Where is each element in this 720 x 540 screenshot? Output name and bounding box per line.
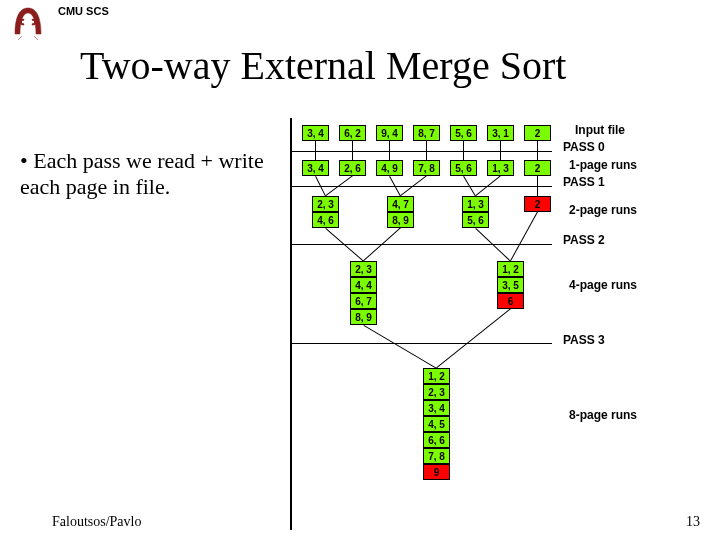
data-cell: 5, 6	[450, 160, 477, 176]
data-cell: 7, 8	[413, 160, 440, 176]
data-cell: 3, 5	[497, 277, 524, 293]
annotation-runs4: 4-page runs	[569, 278, 637, 292]
data-cell: 3, 4	[423, 400, 450, 416]
footer-page-number: 13	[686, 514, 700, 530]
data-cell: 3, 1	[487, 125, 514, 141]
annotation-input: Input file	[575, 123, 625, 137]
data-cell: 3, 4	[302, 125, 329, 141]
merge-sort-diagram: 3, 46, 29, 48, 75, 63, 123, 42, 64, 97, …	[290, 118, 720, 533]
data-cell: 4, 7	[387, 196, 414, 212]
footer-author: Faloutsos/Pavlo	[52, 514, 141, 530]
data-cell: 1, 3	[462, 196, 489, 212]
data-cell: 2	[524, 160, 551, 176]
data-cell: 8, 9	[387, 212, 414, 228]
pass-divider-line	[292, 343, 552, 344]
data-cell: 6, 6	[423, 432, 450, 448]
data-cell: 2	[524, 125, 551, 141]
data-cell: 2, 3	[312, 196, 339, 212]
data-cell: 1, 2	[423, 368, 450, 384]
annotation-runs2: 2-page runs	[569, 203, 637, 217]
data-cell: 7, 8	[423, 448, 450, 464]
data-cell: 1, 2	[497, 261, 524, 277]
annotation-runs8: 8-page runs	[569, 408, 637, 422]
data-cell: 2, 3	[423, 384, 450, 400]
data-cell: 6	[497, 293, 524, 309]
data-cell: 8, 7	[413, 125, 440, 141]
data-cell: 5, 6	[450, 125, 477, 141]
data-cell: 2, 6	[339, 160, 366, 176]
main-bullet: • Each pass we read + write each page in…	[20, 148, 290, 200]
annotation-pass0: PASS 0	[563, 140, 605, 154]
data-cell: 1, 3	[487, 160, 514, 176]
annotation-pass2: PASS 2	[563, 233, 605, 247]
pass-divider-line	[292, 151, 552, 152]
vertical-axis-line	[290, 118, 292, 530]
cmu-logo-icon	[10, 4, 46, 40]
data-cell: 2, 3	[350, 261, 377, 277]
connector-line	[363, 325, 437, 369]
data-cell: 5, 6	[462, 212, 489, 228]
header-org: CMU SCS	[58, 5, 109, 17]
data-cell: 8, 9	[350, 309, 377, 325]
data-cell: 9	[423, 464, 450, 480]
annotation-runs1: 1-page runs	[569, 158, 637, 172]
pass-divider-line	[292, 186, 552, 187]
connector-line	[510, 212, 538, 261]
data-cell: 4, 6	[312, 212, 339, 228]
data-cell: 4, 9	[376, 160, 403, 176]
data-cell: 3, 4	[302, 160, 329, 176]
data-cell: 4, 5	[423, 416, 450, 432]
data-cell: 6, 2	[339, 125, 366, 141]
data-cell: 9, 4	[376, 125, 403, 141]
annotation-pass1: PASS 1	[563, 175, 605, 189]
data-cell: 2	[524, 196, 551, 212]
data-cell: 6, 7	[350, 293, 377, 309]
data-cell: 4, 4	[350, 277, 377, 293]
page-title: Two-way External Merge Sort	[80, 42, 566, 89]
pass-divider-line	[292, 244, 552, 245]
connector-line	[436, 308, 511, 368]
annotation-pass3: PASS 3	[563, 333, 605, 347]
